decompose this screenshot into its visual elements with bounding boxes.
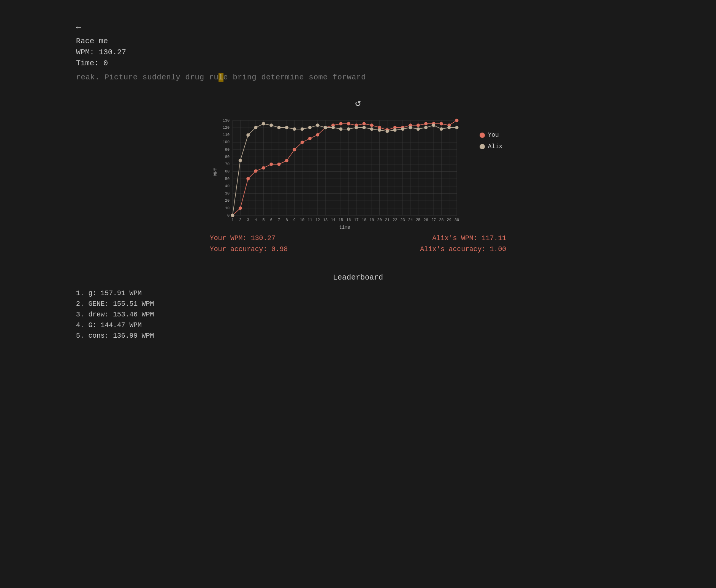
svg-point-138 xyxy=(370,128,373,131)
svg-point-96 xyxy=(277,163,280,166)
svg-point-131 xyxy=(316,124,319,127)
svg-text:24: 24 xyxy=(408,218,413,222)
refresh-icon[interactable]: ↺ xyxy=(355,97,361,109)
list-item: 5. cons: 136.99 WPM xyxy=(76,332,154,340)
rank-1: 1. g: 157.91 WPM xyxy=(76,289,142,297)
chart-wrap: .grid-line { stroke: #444; stroke-width:… xyxy=(214,117,472,231)
svg-point-101 xyxy=(316,133,319,136)
svg-text:17: 17 xyxy=(354,218,358,222)
svg-point-133 xyxy=(331,126,334,129)
svg-text:8: 8 xyxy=(285,218,288,222)
rank-2: 2. GENE: 155.51 WPM xyxy=(76,300,154,308)
legend-you-label: You xyxy=(488,132,499,139)
svg-point-148 xyxy=(447,126,450,129)
list-item: 4. G: 144.47 WPM xyxy=(76,321,154,329)
stats-left: Your WPM: 130.27 Your accuracy: 0.98 xyxy=(210,234,288,254)
svg-text:28: 28 xyxy=(439,218,444,222)
stats-row: Your WPM: 130.27 Your accuracy: 0.98 Ali… xyxy=(210,234,506,254)
svg-text:12: 12 xyxy=(315,218,320,222)
list-item: 2. GENE: 155.51 WPM xyxy=(76,300,154,308)
svg-point-117 xyxy=(440,122,443,125)
svg-text:10: 10 xyxy=(300,218,304,222)
rank-3: 3. drew: 153.46 WPM xyxy=(76,311,154,318)
wpm-chart: .grid-line { stroke: #444; stroke-width:… xyxy=(214,117,472,231)
svg-text:18: 18 xyxy=(362,218,366,222)
svg-point-100 xyxy=(308,137,311,140)
svg-point-149 xyxy=(455,126,458,129)
svg-point-135 xyxy=(347,128,350,131)
typed-text-before: reak. Picture suddenly drug ru xyxy=(76,73,219,82)
svg-text:25: 25 xyxy=(416,218,420,222)
time-display: Time: 0 xyxy=(76,59,640,68)
svg-text:50: 50 xyxy=(225,177,230,181)
svg-text:40: 40 xyxy=(225,184,230,188)
svg-point-120 xyxy=(231,214,234,217)
svg-point-91 xyxy=(239,207,242,210)
svg-point-137 xyxy=(363,126,366,129)
svg-point-134 xyxy=(339,128,342,131)
chart-section: ↺ .grid-line { stroke: #444; stroke-widt… xyxy=(76,97,640,254)
svg-text:20: 20 xyxy=(377,218,382,222)
list-item: 3. drew: 153.46 WPM xyxy=(76,311,154,318)
svg-text:60: 60 xyxy=(225,169,230,174)
your-accuracy-stat: Your accuracy: 0.98 xyxy=(210,245,288,254)
stats-right: Alix's WPM: 117.11 Alix's accuracy: 1.00 xyxy=(420,234,506,254)
typing-text: reak. Picture suddenly drug rule bring d… xyxy=(76,73,640,82)
svg-point-93 xyxy=(254,169,257,172)
svg-point-147 xyxy=(440,128,443,131)
leaderboard-section: Leaderboard 1. g: 157.91 WPM 2. GENE: 15… xyxy=(76,273,640,340)
svg-point-92 xyxy=(246,177,249,180)
your-wpm-stat: Your WPM: 130.27 xyxy=(210,234,288,243)
alix-accuracy-stat: Alix's accuracy: 1.00 xyxy=(420,245,506,254)
svg-point-145 xyxy=(424,126,427,129)
svg-point-140 xyxy=(386,130,389,133)
svg-text:7: 7 xyxy=(278,218,280,222)
svg-point-123 xyxy=(254,126,257,129)
svg-text:time: time xyxy=(339,225,350,230)
svg-point-124 xyxy=(262,122,265,125)
svg-point-105 xyxy=(347,122,350,125)
svg-point-136 xyxy=(355,126,358,129)
svg-text:11: 11 xyxy=(307,218,312,222)
svg-text:4: 4 xyxy=(255,218,257,222)
list-item: 1. g: 157.91 WPM xyxy=(76,289,154,297)
svg-point-132 xyxy=(324,126,327,129)
svg-point-142 xyxy=(401,128,404,131)
legend-dot-you xyxy=(480,133,485,138)
svg-text:27: 27 xyxy=(431,218,436,222)
typed-text-after: e bring determine some forward xyxy=(223,73,366,82)
svg-text:80: 80 xyxy=(225,155,230,159)
svg-point-98 xyxy=(293,148,296,151)
svg-point-130 xyxy=(308,126,311,129)
chart-legend: You Alix xyxy=(480,117,502,150)
svg-point-144 xyxy=(417,128,420,131)
svg-point-125 xyxy=(269,124,272,127)
race-title: Race me xyxy=(76,37,640,46)
svg-point-99 xyxy=(301,141,304,144)
svg-point-126 xyxy=(277,126,280,129)
svg-text:22: 22 xyxy=(393,218,397,222)
legend-you: You xyxy=(480,132,502,139)
back-button[interactable]: ← xyxy=(76,23,81,32)
svg-text:26: 26 xyxy=(423,218,428,222)
chart-container: .grid-line { stroke: #444; stroke-width:… xyxy=(214,117,502,231)
svg-point-107 xyxy=(363,122,366,125)
svg-point-139 xyxy=(378,128,381,131)
legend-alix: Alix xyxy=(480,143,502,150)
svg-point-146 xyxy=(432,124,435,127)
cursor-char: l xyxy=(219,73,223,82)
svg-point-128 xyxy=(293,128,296,131)
svg-point-143 xyxy=(409,126,412,129)
svg-text:1: 1 xyxy=(231,218,234,222)
svg-text:10: 10 xyxy=(225,206,230,210)
svg-point-104 xyxy=(339,122,342,125)
leaderboard-list: 1. g: 157.91 WPM 2. GENE: 155.51 WPM 3. … xyxy=(76,289,154,340)
svg-text:9: 9 xyxy=(293,218,295,222)
svg-point-129 xyxy=(301,128,304,131)
svg-text:2: 2 xyxy=(239,218,241,222)
svg-text:120: 120 xyxy=(223,126,230,130)
svg-point-108 xyxy=(370,124,373,127)
svg-point-122 xyxy=(246,134,249,137)
svg-text:20: 20 xyxy=(225,199,230,203)
svg-point-115 xyxy=(424,122,427,125)
